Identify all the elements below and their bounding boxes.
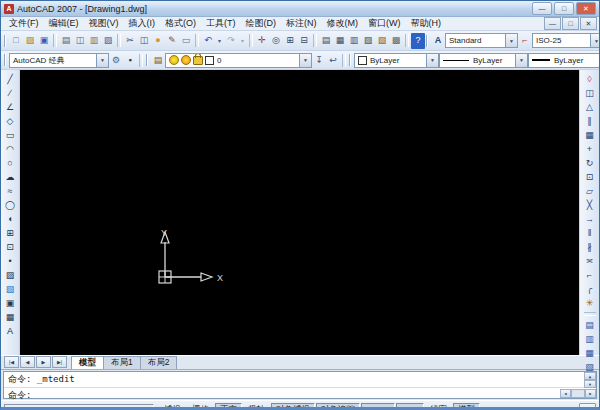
menu-file[interactable]: 文件(F) (4, 17, 44, 30)
status-menu-arrow-icon[interactable]: ▾ (571, 406, 576, 410)
menu-format[interactable]: 格式(O) (160, 17, 201, 30)
toggle-model-space[interactable]: 模型 (453, 403, 480, 410)
tab-model[interactable]: 模型 (71, 356, 104, 369)
toggle-otrack[interactable]: 对象追踪 (316, 403, 360, 410)
move[interactable]: + (582, 142, 598, 156)
scroll-right[interactable]: ▶ (585, 389, 596, 398)
scroll-thumb[interactable] (571, 389, 585, 398)
layer-freeze-icon[interactable] (181, 55, 191, 65)
send-to-back[interactable]: ▥ (582, 332, 598, 346)
properties-palette[interactable]: ▤ (319, 33, 333, 49)
color-select[interactable]: ByLayer ▼ (354, 53, 439, 68)
arc[interactable]: ◠ (2, 142, 18, 156)
plot[interactable]: ▤ (59, 33, 73, 49)
line[interactable]: ╱ (2, 72, 18, 86)
previous-tab[interactable]: ◀ (20, 356, 35, 368)
help[interactable]: ? (411, 33, 425, 49)
workspace-settings[interactable]: ⚙ (109, 52, 123, 68)
text-style-select[interactable]: Standard ▼ (445, 33, 518, 48)
zoom-realtime[interactable]: ◎ (269, 33, 283, 49)
menu-dimension[interactable]: 标注(N) (281, 17, 322, 30)
make-object-layer-current[interactable]: ↧ (312, 52, 326, 68)
menu-help[interactable]: 帮助(H) (406, 17, 447, 30)
toggle-lineweight[interactable]: 线宽 (425, 403, 452, 410)
bring-above-objects[interactable]: ▦ (582, 346, 598, 360)
menu-view[interactable]: 视图(V) (84, 17, 124, 30)
ellipse[interactable]: ◯ (2, 198, 18, 212)
erase[interactable]: ◊ (582, 72, 598, 86)
toolbar-grip[interactable] (349, 54, 351, 66)
markup-set-manager[interactable]: ▧ (375, 33, 389, 49)
toggle-snap[interactable]: 捕捉 (159, 403, 186, 410)
undo-history[interactable]: ▾ (215, 33, 224, 49)
redo-history[interactable]: ▾ (238, 33, 247, 49)
region[interactable]: ▣ (2, 296, 18, 310)
layer-lock-icon[interactable] (193, 56, 203, 65)
qnew[interactable]: □ (9, 33, 23, 49)
break[interactable]: ∦ (582, 240, 598, 254)
copy-clip[interactable]: ◫ (137, 33, 151, 49)
zoom-previous[interactable]: ⊟ (297, 33, 311, 49)
document-minimize-button[interactable]: — (544, 17, 561, 30)
communication-center-icon[interactable]: ◉ (549, 406, 557, 410)
tab-layout1[interactable]: 布局1 (103, 356, 141, 369)
menu-draw[interactable]: 绘图(D) (241, 17, 282, 30)
polyline[interactable]: ∠ (2, 100, 18, 114)
layer-color-swatch[interactable] (205, 56, 214, 65)
layer-properties-manager-icon[interactable]: ▤ (151, 52, 165, 68)
chevron-down-icon[interactable]: ▼ (426, 54, 438, 67)
array[interactable]: ▦ (582, 128, 598, 142)
tab-layout2[interactable]: 布局2 (140, 356, 178, 369)
toggle-grid[interactable]: 栅格 (187, 403, 214, 410)
command-text-area[interactable]: 命令: _mtedit 命令: ▲▼ ◀▶ (3, 371, 597, 399)
toolbar-grip[interactable] (4, 54, 6, 66)
command-prompt-line[interactable]: 命令: (4, 387, 596, 403)
drawing-canvas[interactable]: X Y (20, 70, 579, 355)
menu-insert[interactable]: 插入(I) (124, 17, 161, 30)
sheet-set-manager[interactable]: ▨ (361, 33, 375, 49)
paste[interactable]: ● (151, 33, 165, 49)
spline[interactable]: ≈ (2, 184, 18, 198)
plot-preview[interactable]: ◫ (73, 33, 87, 49)
cut[interactable]: ✂ (123, 33, 137, 49)
rectangle[interactable]: ▭ (2, 128, 18, 142)
match-properties[interactable]: ✎ (165, 33, 179, 49)
chevron-down-icon[interactable]: ▼ (505, 34, 517, 47)
gradient[interactable]: ▧ (2, 282, 18, 296)
next-tab[interactable]: ▶ (36, 356, 51, 368)
extend[interactable]: → (582, 212, 598, 226)
block-editor[interactable]: ▭ (179, 33, 193, 49)
publish[interactable]: ▥ (87, 33, 101, 49)
insert-block[interactable]: ⊞ (2, 226, 18, 240)
last-tab[interactable]: ▶| (52, 356, 67, 368)
zoom-window[interactable]: ⊞ (283, 33, 297, 49)
offset[interactable]: ∥ (582, 114, 598, 128)
dim-style-select[interactable]: ISO-25 ▼ (532, 33, 600, 48)
table[interactable]: ▦ (2, 310, 18, 324)
chevron-down-icon[interactable]: ▼ (515, 54, 527, 67)
make-block[interactable]: ⊡ (2, 240, 18, 254)
join[interactable]: ≍ (582, 254, 598, 268)
quickcalc[interactable]: ▩ (389, 33, 403, 49)
menu-tools[interactable]: 工具(T) (201, 17, 241, 30)
layer-previous[interactable]: ↩ (326, 52, 340, 68)
break-at-point[interactable]: ‖ (582, 226, 598, 240)
document-close-button[interactable]: ✕ (580, 17, 597, 30)
scale[interactable]: ⊡ (582, 170, 598, 184)
toolbar-grip[interactable] (146, 54, 148, 66)
maximize-button[interactable]: □ (554, 2, 574, 15)
chevron-down-icon[interactable]: ▼ (590, 34, 600, 47)
tool-palettes[interactable]: ▥ (347, 33, 361, 49)
minimize-button[interactable]: — (532, 2, 552, 15)
scroll-down[interactable]: ▼ (584, 380, 596, 388)
menu-modify[interactable]: 修改(M) (322, 17, 364, 30)
circle[interactable]: ○ (2, 156, 18, 170)
hatch[interactable]: ▨ (2, 268, 18, 282)
undo[interactable]: ↶ (201, 33, 215, 49)
toggle-dyn[interactable]: DYN (396, 403, 424, 410)
ellipse-arc[interactable]: ◖ (2, 212, 18, 226)
toolbar-grip[interactable] (4, 35, 6, 47)
close-button[interactable]: ✕ (576, 2, 596, 15)
toggle-ducs[interactable]: DUCS (361, 403, 395, 410)
layer-on-icon[interactable] (169, 55, 179, 65)
